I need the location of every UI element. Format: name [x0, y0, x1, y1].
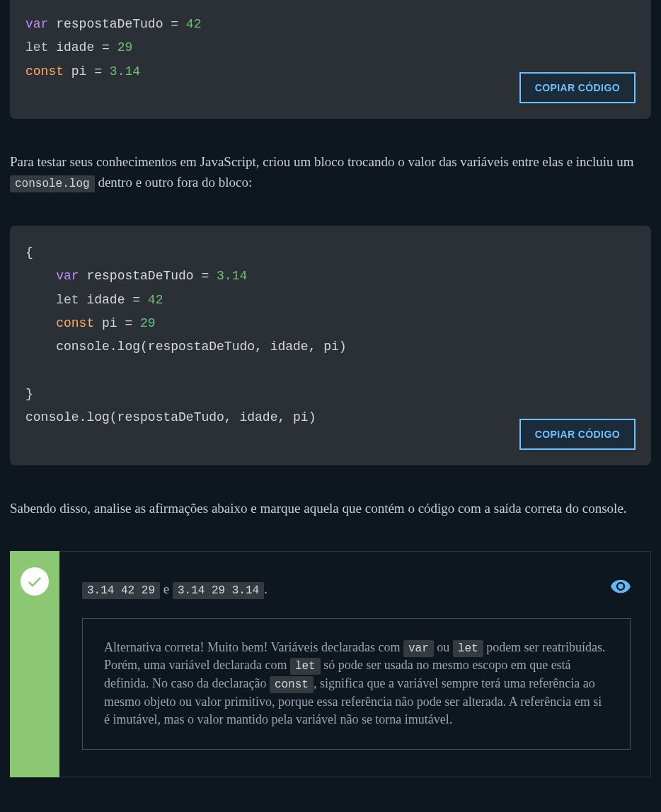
correct-answer-card: 3.14 42 29 e 3.14 29 3.14. Alternativa c… [10, 551, 651, 777]
code-keyword: const [25, 64, 64, 79]
code-text: console.log(respostaDeTudo, idade, pi) [25, 410, 316, 424]
inline-code: const [270, 676, 314, 693]
code-number: 42 [186, 17, 202, 31]
inline-code: let [453, 640, 483, 657]
code-number: 3.14 [110, 64, 140, 79]
code-text: respostaDeTudo = [79, 269, 217, 283]
code-text: console.log(respostaDeTudo, idade, pi) [25, 340, 347, 354]
inline-code: 3.14 29 3.14 [173, 582, 264, 599]
inline-code: var [403, 640, 434, 657]
question-text: Sabendo disso, analise as afirmações aba… [10, 498, 651, 518]
inline-code: console.log [10, 175, 95, 192]
text: Para testar seus conhecimentos em JavaSc… [10, 154, 634, 169]
code-text: idade = [79, 293, 148, 307]
code-keyword: let [25, 40, 48, 54]
text: Alternativa correta! Muito bem! Variávei… [104, 640, 403, 654]
answer-gutter [10, 551, 59, 777]
text: e [160, 581, 173, 596]
code-keyword: let [56, 293, 79, 307]
code-block-1: var respostaDeTudo = 42 let idade = 29 c… [10, 0, 651, 119]
code-text: pi = [64, 64, 110, 79]
code-keyword: const [56, 316, 94, 330]
answer-body: 3.14 42 29 e 3.14 29 3.14. Alternativa c… [59, 551, 651, 777]
code-number: 29 [117, 40, 133, 54]
code-text: idade = [48, 40, 117, 54]
code-keyword: var [56, 269, 79, 283]
copy-code-button[interactable]: COPIAR CÓDIGO [519, 72, 636, 103]
inline-code: 3.14 42 29 [82, 582, 160, 599]
code-block-2: { var respostaDeTudo = 3.14 let idade = … [10, 226, 651, 465]
text: dentro e outro fora do bloco: [95, 175, 253, 190]
paragraph-intro: Para testar seus conhecimentos em JavaSc… [10, 151, 651, 193]
inline-code: let [290, 658, 321, 675]
copy-code-button[interactable]: COPIAR CÓDIGO [519, 419, 636, 450]
code-text: respostaDeTudo = [48, 17, 185, 31]
eye-icon[interactable] [611, 579, 631, 600]
code-keyword: var [25, 17, 48, 31]
code-number: 29 [140, 316, 156, 330]
explanation-box: Alternativa correta! Muito bem! Variávei… [82, 618, 631, 750]
answer-output-line: 3.14 42 29 e 3.14 29 3.14. [82, 579, 631, 600]
code-text: pi = [94, 316, 140, 330]
check-icon [21, 567, 49, 596]
text: . [264, 581, 268, 596]
code-brace: { [25, 245, 33, 260]
code-number: 3.14 [217, 269, 247, 283]
code-number: 42 [148, 293, 163, 307]
code-brace: } [25, 387, 33, 401]
text: ou [434, 640, 453, 654]
